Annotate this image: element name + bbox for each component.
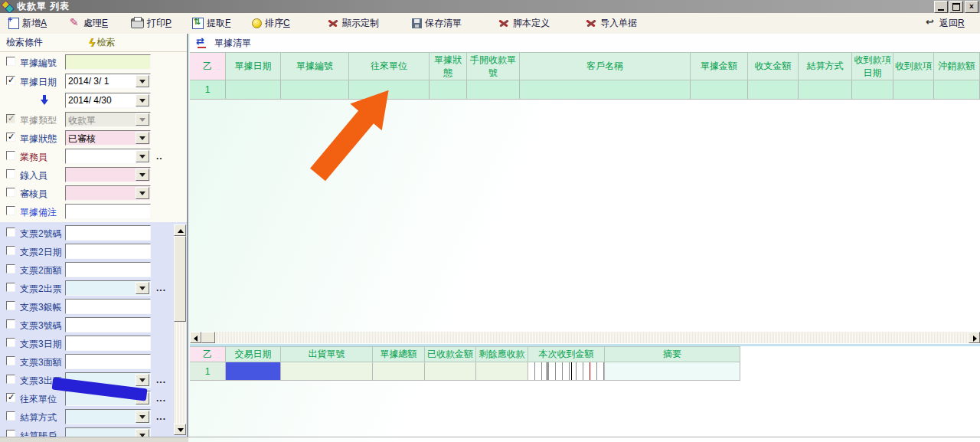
- entry-clerk-checkbox[interactable]: [6, 169, 15, 178]
- check2-drawer-combobox[interactable]: [65, 280, 151, 296]
- scrollbar-thumb[interactable]: [174, 236, 186, 322]
- auditor-combobox[interactable]: [65, 185, 151, 201]
- check2-amount-input[interactable]: [65, 262, 151, 277]
- grid-cell[interactable]: [281, 362, 373, 381]
- salesperson-browse-button[interactable]: ..: [156, 151, 163, 162]
- column-header[interactable]: 單據金額: [691, 52, 748, 80]
- doc-status-combobox[interactable]: 已審核: [65, 130, 151, 146]
- doc-number-checkbox[interactable]: [6, 57, 15, 66]
- chevron-down-icon[interactable]: [136, 187, 149, 199]
- column-header[interactable]: 單據日期: [226, 52, 281, 80]
- column-header[interactable]: 往來單位: [349, 52, 430, 80]
- toolbar-print-button[interactable]: 打印P: [129, 15, 174, 31]
- column-header[interactable]: 乙: [190, 346, 226, 362]
- entry-clerk-combobox[interactable]: [65, 167, 151, 182]
- maximize-button[interactable]: [949, 1, 963, 13]
- grid-cell[interactable]: [893, 80, 934, 100]
- salesperson-checkbox[interactable]: [6, 151, 15, 160]
- toolbar-customize-display-button[interactable]: 顯示定制: [325, 15, 381, 31]
- column-header[interactable]: 結算方式: [799, 52, 852, 80]
- column-header[interactable]: 出貨單號: [281, 346, 373, 362]
- panel-vertical-scrollbar[interactable]: [174, 224, 186, 435]
- check3-number-input[interactable]: [65, 317, 151, 332]
- grid-cell[interactable]: [467, 80, 520, 100]
- column-header[interactable]: 剩餘應收款: [476, 346, 528, 362]
- toolbar-process-button[interactable]: 處理E: [67, 15, 110, 31]
- toolbar-extract-button[interactable]: 提取F: [190, 15, 233, 31]
- column-header[interactable]: 收到款項日期: [852, 52, 893, 80]
- scrollbar-thumb[interactable]: [201, 332, 215, 343]
- grid-cell[interactable]: [605, 362, 740, 381]
- check3-bank-input[interactable]: [65, 299, 151, 314]
- doc-remarks-checkbox[interactable]: [6, 206, 15, 215]
- column-header[interactable]: 本次收到金額: [528, 346, 605, 362]
- column-header[interactable]: 單據狀態: [430, 52, 467, 80]
- doc-type-checkbox[interactable]: [6, 114, 15, 123]
- column-header[interactable]: 手開收款單號: [467, 52, 520, 80]
- chevron-down-icon[interactable]: [136, 169, 149, 181]
- check3-drawer-checkbox[interactable]: [6, 375, 15, 384]
- check3-amount-checkbox[interactable]: [6, 356, 15, 365]
- check2-number-input[interactable]: [65, 225, 151, 241]
- chevron-down-icon[interactable]: [136, 374, 149, 386]
- check3-amount-input[interactable]: [65, 354, 151, 369]
- check2-drawer-checkbox[interactable]: [6, 283, 15, 292]
- grid-cell[interactable]: 1: [190, 362, 226, 381]
- scroll-down-button[interactable]: [174, 424, 186, 435]
- check3-date-checkbox[interactable]: [6, 338, 15, 347]
- grid-cell[interactable]: [476, 362, 528, 381]
- column-header[interactable]: 摘要: [605, 346, 740, 362]
- doc-remarks-input[interactable]: [65, 204, 151, 219]
- toolbar-import-documents-button[interactable]: 导入单据: [583, 15, 639, 31]
- toolbar-return-button[interactable]: 返回R: [923, 15, 967, 31]
- minimize-button[interactable]: [934, 1, 948, 13]
- check3-drawer-combobox[interactable]: [65, 372, 151, 388]
- check3-date-input[interactable]: [65, 336, 151, 351]
- column-header[interactable]: 已收款金額: [425, 346, 476, 362]
- grid-cell[interactable]: [799, 80, 852, 100]
- grid-cell[interactable]: [226, 362, 281, 381]
- grid-cell[interactable]: [430, 80, 467, 100]
- toolbar-script-define-button[interactable]: 脚本定义: [496, 15, 552, 31]
- partner-combobox[interactable]: [65, 391, 151, 406]
- chevron-down-icon[interactable]: [136, 132, 149, 144]
- chevron-down-icon[interactable]: [136, 392, 149, 404]
- grid-cell[interactable]: [425, 362, 476, 381]
- grid-cell[interactable]: [748, 80, 799, 100]
- settle-method-checkbox[interactable]: [6, 411, 15, 421]
- grid-cell[interactable]: [691, 80, 748, 100]
- doc-number-input[interactable]: [65, 54, 151, 70]
- check2-date-input[interactable]: [65, 244, 151, 259]
- grid-cell[interactable]: [226, 80, 281, 100]
- partner-checkbox[interactable]: [6, 393, 15, 402]
- doc-date-from-checkbox[interactable]: [6, 76, 15, 85]
- column-header[interactable]: 客戶名稱: [520, 52, 691, 80]
- check2-number-checkbox[interactable]: [6, 228, 15, 237]
- column-header[interactable]: 沖銷款額: [934, 52, 980, 80]
- grid-cell[interactable]: [852, 80, 893, 100]
- chevron-down-icon[interactable]: [136, 411, 149, 423]
- doc-date-from-combobox[interactable]: 2014/ 3/ 1: [65, 74, 151, 89]
- chevron-down-icon[interactable]: [136, 282, 149, 294]
- chevron-down-icon[interactable]: [136, 75, 149, 87]
- scroll-up-button[interactable]: [174, 224, 186, 236]
- check3-bank-checkbox[interactable]: [6, 301, 15, 310]
- check3-drawer-browse-button[interactable]: ...: [156, 375, 166, 385]
- auditor-checkbox[interactable]: [6, 188, 15, 197]
- doc-status-checkbox[interactable]: [6, 133, 15, 142]
- toolbar-sort-button[interactable]: 排序C: [250, 15, 292, 31]
- column-header[interactable]: 收到款項: [893, 52, 934, 80]
- chevron-down-icon[interactable]: [136, 94, 149, 106]
- settle-method-combobox[interactable]: [65, 409, 151, 424]
- close-button[interactable]: ×: [965, 1, 978, 13]
- toolbar-new-button[interactable]: 新增A: [6, 15, 49, 31]
- grid-cell[interactable]: [281, 80, 349, 100]
- scroll-left-button[interactable]: [190, 332, 201, 343]
- column-header[interactable]: 收支金額: [748, 52, 799, 80]
- column-header[interactable]: 單據編號: [281, 52, 349, 80]
- salesperson-combobox[interactable]: [65, 149, 151, 164]
- check2-amount-checkbox[interactable]: [6, 264, 15, 273]
- search-button[interactable]: ϟ 檢索: [89, 36, 115, 49]
- grid-cell[interactable]: [934, 80, 980, 100]
- check2-drawer-browse-button[interactable]: ...: [156, 283, 166, 293]
